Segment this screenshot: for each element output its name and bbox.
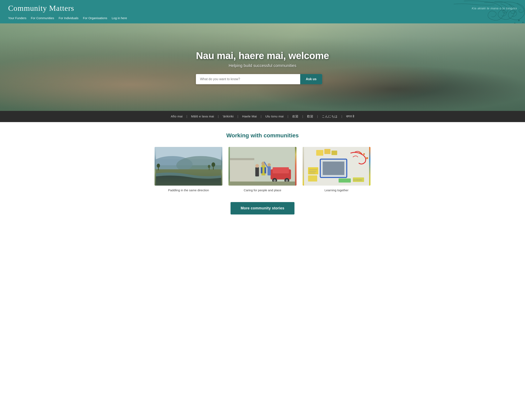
cards-grid: Paddling in the same direction (155, 147, 370, 192)
welcome-japanese: こんにちは (322, 115, 338, 118)
card-caption-3: Learning together (325, 188, 349, 192)
sep-3: | (237, 115, 238, 118)
svg-point-11 (212, 162, 215, 167)
river-illustration (155, 147, 222, 186)
welcome-arikiriki: 'ārikiriki (223, 115, 234, 118)
svg-point-9 (157, 164, 160, 168)
people-illustration (228, 147, 296, 186)
site-header: Community Matters Kia akiaki te mana o t… (0, 0, 525, 23)
svg-rect-16 (230, 158, 254, 160)
search-button[interactable]: Ask us (300, 74, 322, 84)
nav-for-individuals[interactable]: For Individuals (59, 16, 82, 20)
sep-7: | (317, 115, 318, 118)
svg-rect-27 (255, 167, 259, 176)
more-stories-button[interactable]: More community stories (231, 202, 295, 214)
hero-content: Nau mai, haere mai, welcome Helping buil… (192, 46, 333, 88)
sep-1: | (187, 115, 187, 118)
welcome-haele-mai: Haele Mai (242, 115, 257, 118)
nav-login[interactable]: Log in here (112, 16, 131, 20)
card-learning[interactable]: ECONOMIC Learning together (303, 147, 370, 192)
hero-title: Nau mai, haere mai, welcome (196, 50, 329, 61)
card-image-river (155, 147, 222, 186)
svg-rect-29 (268, 166, 271, 175)
svg-point-21 (273, 179, 276, 182)
hero-subtitle: Helping build successful communities (196, 63, 329, 68)
card-caption-2: Caring for people and place (244, 188, 281, 192)
svg-rect-41 (308, 175, 317, 182)
welcome-ulu: Ulu tonu mai (265, 115, 284, 118)
svg-rect-40 (308, 167, 318, 174)
welcome-afio-mai: Afio mai (171, 115, 183, 118)
svg-point-1 (523, 22, 523, 23)
nav-your-funders[interactable]: Your Funders (8, 16, 30, 20)
svg-point-28 (255, 164, 259, 168)
svg-point-22 (286, 179, 288, 182)
welcome-chinese-simplified: 欢迎 (292, 115, 299, 118)
search-input[interactable] (196, 74, 300, 84)
main-nav: Your Funders For Communities For Individ… (8, 13, 517, 23)
svg-rect-48 (316, 150, 323, 156)
logo[interactable]: Community Matters (8, 4, 74, 13)
svg-rect-18 (273, 167, 289, 173)
svg-rect-7 (156, 169, 221, 186)
sep-2: | (218, 115, 219, 118)
craft-illustration: ECONOMIC (303, 147, 370, 186)
hero-section: Nau mai, haere mai, welcome Helping buil… (0, 23, 525, 111)
svg-rect-32 (230, 182, 295, 186)
svg-point-38 (363, 153, 365, 155)
nav-for-communities[interactable]: For Communities (31, 16, 58, 20)
card-caption-1: Paddling in the same direction (168, 188, 209, 192)
svg-point-30 (268, 163, 271, 166)
welcome-strip: Afio mai | Mālō e lava mai | 'ārikiriki … (0, 111, 525, 122)
welcome-hindi: वागत हे (346, 115, 354, 118)
header-top: Community Matters Kia akiaki te mana o t… (8, 0, 517, 13)
svg-point-37 (366, 157, 368, 159)
svg-point-0 (518, 20, 519, 21)
sep-6: | (302, 115, 303, 118)
svg-point-13 (208, 165, 210, 168)
svg-point-39 (359, 152, 360, 153)
svg-rect-26 (264, 167, 266, 173)
header-tagline: Kia akiaki te mana o te tangata (472, 7, 517, 10)
main-content: Working with communities (150, 122, 375, 227)
welcome-malo: Mālō e lava mai (191, 115, 214, 118)
card-image-craft: ECONOMIC (303, 147, 370, 186)
svg-text:ECONOMIC: ECONOMIC (353, 179, 362, 181)
sep-4: | (261, 115, 262, 118)
svg-rect-42 (338, 178, 351, 183)
svg-rect-49 (324, 149, 330, 154)
card-paddling[interactable]: Paddling in the same direction (155, 147, 222, 192)
section-title: Working with communities (155, 132, 370, 139)
card-caring[interactable]: Caring for people and place (228, 147, 296, 192)
sep-8: | (341, 115, 342, 118)
svg-rect-50 (331, 151, 337, 155)
welcome-chinese-traditional: 歡迎 (307, 115, 313, 118)
card-image-people (228, 147, 296, 186)
sep-5: | (288, 115, 288, 118)
nav-for-organisations[interactable]: For Organisations (83, 16, 111, 20)
svg-rect-25 (261, 167, 262, 173)
cta-wrapper: More community stories (155, 202, 370, 214)
svg-rect-36 (323, 162, 344, 175)
search-bar: Ask us (196, 74, 322, 84)
